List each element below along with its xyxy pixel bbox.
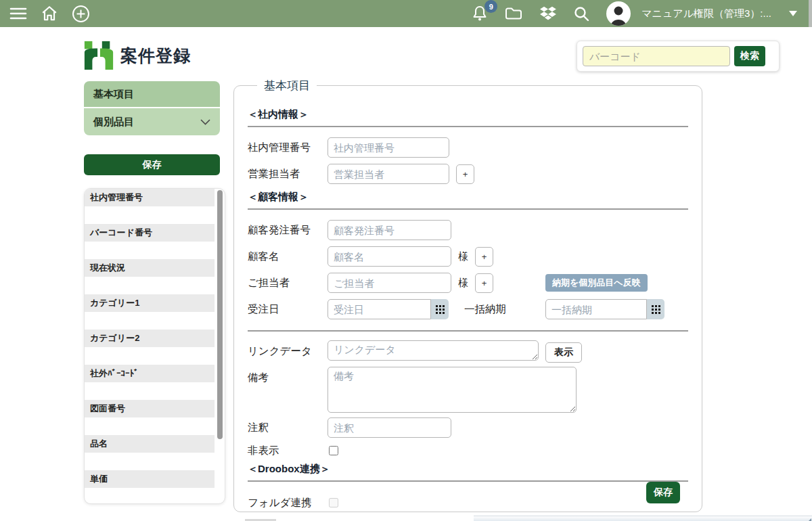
add-customer-button[interactable]: +	[475, 247, 493, 267]
hidden-checkbox[interactable]	[329, 446, 338, 455]
chevron-down-icon	[200, 119, 210, 125]
folder-icon[interactable]	[504, 5, 523, 22]
resize-corner	[809, 518, 811, 521]
order-date-input[interactable]	[328, 299, 431, 319]
calendar-grid-icon[interactable]	[431, 299, 449, 319]
customer-name-input[interactable]	[328, 246, 451, 267]
droobox-heading: ＜Droobox連携＞	[248, 463, 688, 476]
page-title: 案件登録	[120, 45, 191, 67]
fieldset-legend: 基本項目	[257, 78, 317, 93]
honorific-label: 様	[458, 250, 468, 263]
sales-rep-input[interactable]	[328, 164, 449, 184]
divider	[248, 126, 688, 127]
field-list-value	[85, 488, 225, 504]
app-logo	[83, 39, 115, 72]
field-list-value	[85, 277, 225, 294]
batch-delivery-label: 一括納期	[464, 302, 506, 317]
sidebar-save-button[interactable]: 保存	[84, 154, 220, 175]
note-input[interactable]	[328, 417, 451, 438]
form-save-button[interactable]: 保存	[646, 482, 680, 503]
calendar-grid-icon[interactable]	[647, 299, 664, 319]
sidebar-item-individual[interactable]: 個別品目	[84, 108, 220, 135]
remarks-label: 備考	[248, 371, 328, 385]
field-list-item: 図面番号	[85, 400, 215, 417]
contact-person-input[interactable]	[328, 273, 451, 293]
sidebar-item-individual-label: 個別品目	[93, 116, 134, 129]
caret-down-icon[interactable]	[789, 11, 797, 16]
customer-info-heading: ＜顧客情報＞	[248, 191, 688, 204]
field-list-item: カテゴリー1	[85, 294, 215, 312]
field-list-item: 社外ﾊﾞｰｺｰﾄﾞ	[85, 365, 215, 382]
sidebar-nav: 基本項目 個別品目	[84, 81, 220, 135]
folder-link-label: フォルダ連携	[248, 496, 328, 510]
sales-rep-label: 営業担当者	[248, 167, 328, 181]
remarks-textarea[interactable]	[328, 367, 577, 413]
folder-link-checkbox	[329, 498, 338, 507]
reflect-delivery-button[interactable]: 納期を個別品目へ反映	[545, 274, 648, 292]
hamburger-menu-icon[interactable]	[9, 7, 27, 20]
window-horizontal-scrollbar[interactable]	[474, 516, 812, 521]
add-contact-button[interactable]: +	[475, 273, 493, 293]
field-list-value	[85, 453, 225, 470]
notification-badge: 9	[484, 0, 497, 13]
link-data-label: リンクデータ	[248, 344, 328, 359]
field-list-value	[85, 206, 225, 224]
dropbox-icon[interactable]	[539, 5, 557, 22]
field-list-item: 単価	[85, 470, 215, 488]
contact-person-label: ご担当者	[248, 276, 328, 290]
show-button[interactable]: 表示	[545, 342, 582, 363]
basic-items-fieldset: 基本項目 ＜社内情報＞ 社内管理番号 営業担当者 + ＜顧客情報＞ 顧客発注番号…	[233, 78, 702, 512]
field-list-value	[85, 417, 225, 435]
field-list-item: バーコード番号	[85, 224, 215, 242]
customer-order-no-label: 顧客発注番号	[248, 223, 328, 237]
barcode-search-button[interactable]: 検索	[734, 46, 765, 66]
internal-info-heading: ＜社内情報＞	[248, 108, 688, 121]
internal-no-label: 社内管理番号	[248, 141, 328, 155]
divider	[248, 330, 688, 332]
order-date-label: 受注日	[248, 302, 328, 317]
divider	[248, 480, 688, 482]
barcode-search-card: 検索	[577, 41, 780, 72]
barcode-input[interactable]	[583, 46, 730, 66]
customer-order-no-input[interactable]	[328, 220, 451, 240]
note-label: 注釈	[248, 421, 328, 435]
link-data-textarea[interactable]	[328, 340, 539, 361]
honorific-label: 様	[458, 277, 468, 290]
field-list-value	[85, 312, 225, 330]
search-icon[interactable]	[573, 5, 590, 22]
field-list-value	[85, 242, 225, 259]
field-list-item: カテゴリー2	[85, 330, 215, 347]
sidebar-item-basic[interactable]: 基本項目	[84, 81, 220, 108]
field-list-item: 現在状況	[85, 259, 215, 277]
hidden-label: 非表示	[248, 444, 328, 458]
home-icon[interactable]	[41, 5, 58, 22]
top-navbar: 9 マニュアル権限（管理3）:...	[0, 0, 812, 27]
field-list-item: 品名	[85, 435, 215, 453]
field-list-panel: 社内管理番号 バーコード番号 現在状況 カテゴリー1 カテゴリー2 社外ﾊﾞｰｺ…	[84, 188, 225, 504]
field-list-scrollbar[interactable]	[217, 190, 223, 439]
field-list-value	[85, 382, 225, 400]
internal-no-input[interactable]	[328, 137, 449, 158]
customer-name-label: 顧客名	[248, 250, 328, 264]
user-avatar[interactable]	[606, 1, 631, 26]
user-menu-label[interactable]: マニュアル権限（管理3）:...	[641, 7, 771, 20]
batch-delivery-input[interactable]	[545, 299, 647, 319]
field-list-item: 社内管理番号	[85, 189, 215, 206]
bell-icon[interactable]: 9	[472, 5, 488, 22]
sidebar-item-basic-label: 基本項目	[93, 88, 134, 101]
add-sales-rep-button[interactable]: +	[456, 164, 474, 184]
plus-circle-icon[interactable]	[72, 5, 90, 23]
field-list-value	[85, 347, 225, 365]
window-vertical-scrollbar[interactable]	[809, 0, 812, 27]
divider	[248, 208, 688, 210]
